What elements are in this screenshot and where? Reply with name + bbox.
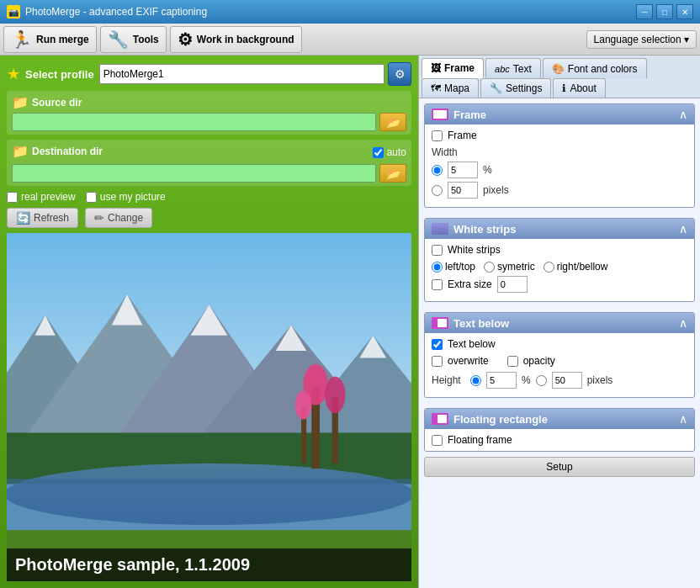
extra-size-checkbox[interactable] [432,279,443,290]
white-strips-section-header: White strips ∧ [425,219,694,239]
tools-button[interactable]: 🔧 Tools [100,26,167,53]
work-bg-icon: ⚙ [178,29,193,50]
source-dir-browse-button[interactable]: 📂 [379,113,406,131]
svg-point-18 [325,376,345,413]
preview-scene [7,233,411,581]
text-below-collapse-button[interactable]: ∧ [679,316,687,330]
symetric-radio[interactable] [484,262,495,273]
minimize-button[interactable]: ─ [636,4,653,19]
profile-icon-button[interactable]: ⚙ [388,62,411,86]
tab-frame[interactable]: 🖼 Frame [422,58,484,78]
right-bellow-radio-label[interactable]: right/bellow [544,261,608,273]
extra-size-label: Extra size [448,278,492,290]
text-below-section-title: Text below [453,317,509,330]
symetric-radio-label[interactable]: symetric [484,261,535,273]
white-strips-section: White strips ∧ White strips left/top s [424,218,695,302]
use-my-picture-label: use my picture [100,191,166,203]
app-icon: 📷 [7,5,20,19]
tab-text[interactable]: abc Text [485,58,541,78]
white-strips-section-title: White strips [453,223,516,236]
close-button[interactable]: ✕ [676,4,693,19]
white-strips-collapse-button[interactable]: ∧ [679,222,687,236]
setup-button[interactable]: Setup [424,457,695,477]
about-tab-icon: ℹ [562,82,566,94]
frame-checkbox[interactable] [432,130,443,141]
dest-dir-input[interactable] [12,164,376,183]
floating-frame-checkbox[interactable] [432,435,443,446]
floating-rect-section-icon [432,413,448,425]
profile-input[interactable] [99,64,384,84]
frame-pct-radio[interactable] [432,165,443,176]
floating-rect-collapse-button[interactable]: ∧ [679,412,687,426]
left-top-radio[interactable] [432,262,443,273]
text-below-section-header: Text below ∧ [425,313,694,333]
left-top-label: left/top [445,261,475,273]
tb-pct-radio[interactable] [470,375,481,386]
text-below-checkbox[interactable] [432,339,443,350]
right-bellow-radio[interactable] [544,262,554,273]
tb-px-unit: pixels [587,374,613,386]
use-my-picture-checkbox-label[interactable]: use my picture [86,191,166,203]
white-strips-checkbox[interactable] [432,245,443,256]
width-label: Width [432,146,465,158]
auto-label: auto [387,146,406,158]
main-layout: ★ Select profile ⚙ 📁 Source dir 📂 📁 [0,56,700,588]
refresh-label: Refresh [34,212,69,224]
frame-section-header: Frame ∧ [425,104,694,124]
tab-font-colors[interactable]: 🎨 Font and colors [543,58,647,78]
about-tab-label: About [570,82,596,94]
opacity-checkbox[interactable] [507,356,518,367]
language-selection-button[interactable]: Language selection ▾ [586,30,697,49]
preview-caption: PhotoMerge sample, 1.1.2009 [7,548,411,581]
left-top-radio-label[interactable]: left/top [432,261,475,273]
frame-px-input[interactable] [448,182,478,199]
frame-tab-icon: 🖼 [431,62,441,74]
text-tab-label: Text [513,63,532,75]
real-preview-checkbox-label[interactable]: real preview [7,191,76,203]
tb-pct-input[interactable] [486,372,517,389]
auto-checkbox[interactable] [373,147,384,158]
setup-label: Setup [546,461,572,473]
extra-size-input[interactable] [497,276,528,293]
height-label: Height [432,374,465,386]
title-bar: 📷 PhotoMerge - advanced EXIF captioning … [0,0,700,24]
tb-px-radio[interactable] [536,375,547,386]
dest-dir-section: 📁 Destination dir auto 📂 [7,140,411,186]
run-merge-button[interactable]: 🏃 Run merge [3,26,97,53]
refresh-button[interactable]: 🔄 Refresh [7,208,78,228]
tb-px-input[interactable] [552,372,582,389]
real-preview-checkbox[interactable] [7,192,18,203]
source-dir-input[interactable] [12,113,376,131]
toolbar: 🏃 Run merge 🔧 Tools ⚙ Work in background… [0,24,700,56]
dest-dir-icon: 📁 [12,143,29,159]
tools-label: Tools [133,34,159,45]
floating-rect-section-body: Floating frame [425,429,694,451]
change-button[interactable]: ✏ Change [85,208,152,228]
opacity-label: opacity [523,355,555,367]
tab-mapa[interactable]: 🗺 Mapa [422,78,479,98]
tab-about[interactable]: ℹ About [553,78,605,98]
frame-collapse-button[interactable]: ∧ [679,108,687,121]
use-my-picture-checkbox[interactable] [86,192,97,203]
maximize-button[interactable]: □ [656,4,673,19]
font-colors-tab-icon: 🎨 [552,63,565,75]
text-below-section: Text below ∧ Text below overwrite opacit… [424,312,695,398]
change-label: Change [108,212,143,224]
right-panel: 🖼 Frame abc Text 🎨 Font and colors 🗺 Map… [418,56,700,588]
frame-px-radio[interactable] [432,185,443,196]
mapa-tab-icon: 🗺 [431,82,441,94]
work-in-background-button[interactable]: ⚙ Work in background [170,26,302,53]
dest-dir-browse-button[interactable]: 📂 [379,164,406,183]
floating-rect-section-title: Floating rectangle [453,413,548,426]
source-dir-label: Source dir [32,97,82,109]
tab-settings[interactable]: 🔧 Settings [480,78,551,98]
frame-pct-input[interactable] [448,162,478,178]
white-strips-section-body: White strips left/top symetric right/bel… [425,239,694,301]
text-below-section-body: Text below overwrite opacity Height % pi… [425,333,694,397]
source-dir-icon: 📁 [12,94,29,110]
profile-star-icon: ★ [7,65,20,83]
frame-section-body: Frame Width % pixels [425,124,694,207]
overwrite-checkbox[interactable] [432,356,443,367]
frame-checkbox-label: Frame [448,130,477,141]
work-in-background-label: Work in background [197,34,294,45]
